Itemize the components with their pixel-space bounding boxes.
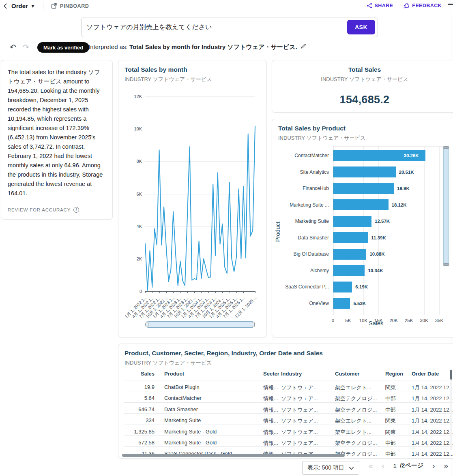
ai-answer-text: The total sales for the industry ソフトウェア・… (8, 68, 106, 198)
y-range-slider[interactable] (443, 146, 449, 266)
range-slider-top-handle[interactable] (443, 146, 449, 149)
next-page-button[interactable]: › (432, 462, 435, 470)
table-cell: 架空テクノロジ... (335, 406, 377, 414)
plot-top-border (333, 146, 447, 147)
bar[interactable] (333, 183, 394, 194)
answer-title[interactable]: Order (11, 2, 28, 9)
bar[interactable] (333, 298, 350, 309)
gridline (424, 146, 425, 315)
review-for-accuracy-label: REVIEW FOR ACCURACY (8, 207, 71, 212)
info-icon[interactable]: i (73, 207, 79, 213)
page-size-select[interactable]: 表示: 500 項目 (302, 461, 359, 475)
bar[interactable] (333, 282, 352, 292)
table-cell: 1月 14, 2022 12... (412, 429, 453, 436)
current-page: 1 (393, 462, 397, 469)
bar[interactable] (333, 166, 396, 177)
bar-category-label: FinanceHub (276, 186, 329, 191)
column-header[interactable]: Customer (335, 371, 360, 377)
table-cell: Marketing Suite - Gold (164, 440, 217, 446)
bar-category-label: Data Smasher (276, 235, 329, 241)
kpi-subtitle: INDUSTRY ソフトウェア・サービス (272, 76, 453, 83)
mark-as-verified-button[interactable]: Mark as verified (37, 42, 89, 53)
x-range-slider[interactable] (145, 321, 255, 328)
undo-icon[interactable]: ↶ (10, 43, 16, 52)
redo-icon[interactable]: ↷ (23, 43, 29, 52)
bar-chart-title: Total Sales by Product (278, 125, 365, 132)
table-cell: ソフトウェア... (281, 429, 318, 436)
ask-query-input[interactable] (86, 17, 342, 37)
table-cell: ソフトウェア... (281, 417, 318, 425)
bar[interactable] (333, 249, 366, 260)
bar-chart-x-axis-label: Sales (369, 320, 383, 327)
column-header[interactable]: Order Date (412, 371, 439, 377)
table-cell: 架空エレクト... (335, 429, 371, 436)
pinboard-label: PINBOARD (60, 3, 89, 9)
bar-category-label: Big Ol Database (276, 251, 329, 257)
back-icon[interactable] (2, 2, 10, 10)
chevron-down-icon[interactable]: ▼ (30, 3, 35, 9)
table-cell: ソフトウェア... (281, 384, 318, 391)
table-cell: 1月 14, 2022 12... (412, 395, 453, 402)
table-cell: 19.9 (122, 384, 155, 390)
table-cell: 架空エレクト... (335, 384, 371, 391)
bar-value-label: 6.19K (355, 284, 368, 289)
share-icon (367, 3, 372, 9)
ask-button[interactable]: ASK (347, 20, 375, 34)
bar[interactable] (333, 216, 371, 227)
feedback-button[interactable]: FEEDBACK (404, 3, 442, 9)
bar-value-label: 19.9K (397, 186, 410, 191)
table-horizontal-scrollbar-thumb[interactable] (122, 454, 345, 457)
edit-icon[interactable] (301, 43, 306, 50)
table-cell: 1月 14, 2022 12... (412, 417, 453, 425)
table-cell: 情報... (263, 395, 278, 402)
table-cell: ソフトウェア... (281, 440, 318, 447)
table-cell: 架空エレクト... (335, 417, 371, 425)
table-cell: 中部 (385, 395, 396, 402)
column-header[interactable]: Sales (122, 371, 155, 377)
table-cell: 情報... (263, 384, 278, 391)
divider (43, 2, 43, 11)
table-cell: 情報... (263, 417, 278, 425)
table-vertical-scrollbar-track[interactable] (450, 369, 452, 450)
table-cell: 334 (122, 417, 155, 423)
table-vertical-scrollbar-thumb[interactable] (450, 370, 452, 380)
x-axis-tick-label: 35K (435, 318, 443, 323)
share-button[interactable]: SHARE (367, 3, 393, 9)
range-slider-left-handle[interactable] (146, 322, 148, 327)
table-cell: 1月 14, 2022 12... (412, 440, 453, 447)
column-header[interactable]: Product (164, 371, 184, 377)
sales-line-series[interactable] (118, 60, 267, 303)
table-cell: 情報... (263, 406, 278, 414)
table-cell: 情報... (263, 440, 278, 447)
bar-value-label: 11.39K (371, 235, 386, 240)
share-label: SHARE (375, 3, 393, 9)
prev-page-button[interactable]: ‹ (382, 462, 384, 470)
bar[interactable] (333, 265, 365, 276)
pagination-bar: 表示: 500 項目 « ‹ 1 /2ページ › » (0, 460, 453, 476)
bar[interactable] (333, 199, 389, 210)
ai-answer-card: The total sales for the industry ソフトウェア・… (1, 60, 113, 220)
last-page-button[interactable]: » (444, 462, 448, 470)
table-cell: 架空テクノロジ... (335, 440, 377, 447)
column-header[interactable]: Secter (263, 371, 279, 377)
table-cell: ソフトウェア... (281, 406, 318, 414)
bar-value-label: 30.26K (404, 153, 419, 158)
table-cell: 関東 (385, 417, 396, 425)
x-axis-tick-label: 25K (405, 318, 413, 323)
bar-category-label: Marketing Suite (276, 218, 329, 224)
pinboard-button[interactable]: PINBOARD (51, 3, 89, 9)
feedback-label: FEEDBACK (412, 3, 442, 9)
minimize-icon[interactable] (448, 4, 453, 5)
bar-value-label: 5.53K (353, 301, 366, 306)
sales-by-product-card: Total Sales by Product INDUSTRY ソフトウェア・サ… (272, 119, 453, 337)
bar[interactable] (333, 232, 368, 243)
range-slider-right-handle[interactable] (252, 322, 255, 327)
first-page-button[interactable]: « (369, 462, 373, 470)
table-cell: 架空テクノロジ... (335, 395, 377, 402)
interpreted-prefix: Interpreted as: (88, 43, 129, 50)
range-slider-bottom-handle[interactable] (443, 263, 449, 266)
column-header[interactable]: Region (385, 371, 403, 377)
kpi-value: 154,685.2 (272, 94, 453, 106)
column-header[interactable]: Industry (281, 371, 302, 377)
bar-value-label: 10.34K (368, 268, 383, 273)
